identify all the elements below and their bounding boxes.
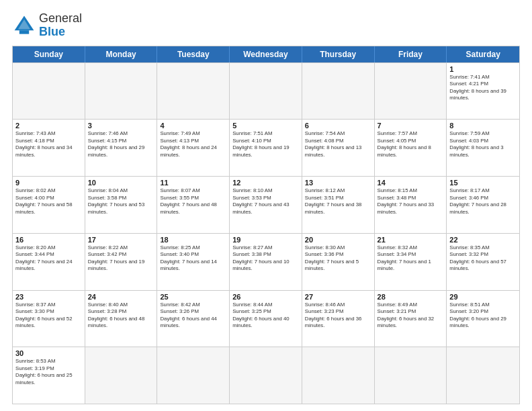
calendar-day-12: 12Sunrise: 8:10 AM Sunset: 3:53 PM Dayli… bbox=[230, 177, 302, 233]
cell-info: Sunrise: 8:46 AM Sunset: 3:23 PM Dayligh… bbox=[305, 302, 371, 330]
calendar-day-1: 1Sunrise: 7:41 AM Sunset: 4:21 PM Daylig… bbox=[447, 63, 519, 120]
calendar-day-2: 2Sunrise: 7:43 AM Sunset: 4:18 PM Daylig… bbox=[13, 120, 85, 176]
cell-date-number: 15 bbox=[449, 179, 517, 187]
cell-info: Sunrise: 7:43 AM Sunset: 4:18 PM Dayligh… bbox=[15, 130, 82, 158]
calendar-day-25: 25Sunrise: 8:42 AM Sunset: 3:26 PM Dayli… bbox=[157, 291, 230, 347]
calendar-day-11: 11Sunrise: 8:07 AM Sunset: 3:55 PM Dayli… bbox=[157, 177, 230, 233]
logo-icon bbox=[12, 13, 36, 38]
cell-info: Sunrise: 8:17 AM Sunset: 3:46 PM Dayligh… bbox=[449, 187, 517, 216]
cell-date-number: 16 bbox=[15, 236, 82, 244]
calendar-empty-5-1 bbox=[85, 347, 158, 404]
cell-info: Sunrise: 8:37 AM Sunset: 3:30 PM Dayligh… bbox=[15, 302, 82, 330]
cell-date-number: 23 bbox=[15, 293, 82, 301]
calendar-week-4: 23Sunrise: 8:37 AM Sunset: 3:30 PM Dayli… bbox=[13, 290, 519, 347]
calendar-day-22: 22Sunrise: 8:35 AM Sunset: 3:32 PM Dayli… bbox=[447, 234, 519, 290]
calendar-day-28: 28Sunrise: 8:49 AM Sunset: 3:21 PM Dayli… bbox=[375, 291, 447, 347]
cell-info: Sunrise: 8:10 AM Sunset: 3:53 PM Dayligh… bbox=[232, 187, 299, 216]
cell-date-number: 14 bbox=[378, 179, 444, 187]
cell-date-number: 27 bbox=[305, 293, 371, 301]
day-header-friday: Friday bbox=[375, 46, 447, 62]
cell-date-number: 9 bbox=[15, 179, 82, 187]
cell-date-number: 6 bbox=[305, 122, 371, 130]
cell-info: Sunrise: 8:04 AM Sunset: 3:58 PM Dayligh… bbox=[88, 187, 154, 216]
cell-date-number: 3 bbox=[88, 122, 154, 130]
calendar-header: SundayMondayTuesdayWednesdayThursdayFrid… bbox=[13, 46, 519, 62]
day-header-thursday: Thursday bbox=[302, 46, 375, 62]
cell-date-number: 28 bbox=[378, 293, 444, 301]
cell-date-number: 10 bbox=[88, 179, 154, 187]
cell-date-number: 30 bbox=[15, 349, 82, 357]
header: GeneralBlue bbox=[12, 12, 520, 39]
calendar-week-5: 30Sunrise: 8:53 AM Sunset: 3:19 PM Dayli… bbox=[13, 347, 519, 404]
cell-info: Sunrise: 8:35 AM Sunset: 3:32 PM Dayligh… bbox=[449, 244, 517, 273]
cell-date-number: 25 bbox=[160, 293, 226, 301]
cell-info: Sunrise: 8:15 AM Sunset: 3:48 PM Dayligh… bbox=[378, 187, 444, 216]
cell-info: Sunrise: 7:59 AM Sunset: 4:03 PM Dayligh… bbox=[449, 130, 517, 158]
calendar-empty-5-2 bbox=[157, 347, 230, 404]
cell-info: Sunrise: 8:25 AM Sunset: 3:40 PM Dayligh… bbox=[160, 244, 226, 273]
calendar-day-7: 7Sunrise: 7:57 AM Sunset: 4:05 PM Daylig… bbox=[375, 120, 447, 176]
cell-date-number: 17 bbox=[88, 236, 154, 244]
calendar-empty-0-1 bbox=[85, 63, 158, 120]
calendar-empty-0-5 bbox=[375, 63, 447, 120]
logo: GeneralBlue bbox=[12, 12, 82, 39]
calendar-empty-5-4 bbox=[302, 347, 375, 404]
cell-date-number: 2 bbox=[15, 122, 82, 130]
calendar-empty-5-5 bbox=[375, 347, 447, 404]
calendar-day-18: 18Sunrise: 8:25 AM Sunset: 3:40 PM Dayli… bbox=[157, 234, 230, 290]
day-header-monday: Monday bbox=[85, 46, 158, 62]
svg-rect-2 bbox=[19, 30, 29, 34]
cell-info: Sunrise: 8:40 AM Sunset: 3:28 PM Dayligh… bbox=[88, 302, 154, 330]
calendar-day-4: 4Sunrise: 7:49 AM Sunset: 4:13 PM Daylig… bbox=[157, 120, 230, 176]
cell-info: Sunrise: 7:57 AM Sunset: 4:05 PM Dayligh… bbox=[378, 130, 444, 158]
calendar-day-13: 13Sunrise: 8:12 AM Sunset: 3:51 PM Dayli… bbox=[302, 177, 375, 233]
cell-info: Sunrise: 8:53 AM Sunset: 3:19 PM Dayligh… bbox=[15, 358, 82, 386]
calendar-day-3: 3Sunrise: 7:46 AM Sunset: 4:15 PM Daylig… bbox=[85, 120, 158, 176]
calendar-empty-0-2 bbox=[157, 63, 230, 120]
cell-info: Sunrise: 8:12 AM Sunset: 3:51 PM Dayligh… bbox=[305, 187, 371, 216]
cell-info: Sunrise: 7:54 AM Sunset: 4:08 PM Dayligh… bbox=[305, 130, 371, 158]
calendar: SundayMondayTuesdayWednesdayThursdayFrid… bbox=[12, 46, 520, 404]
cell-date-number: 1 bbox=[449, 65, 517, 73]
day-header-saturday: Saturday bbox=[447, 46, 519, 62]
cell-info: Sunrise: 8:02 AM Sunset: 4:00 PM Dayligh… bbox=[15, 187, 82, 216]
calendar-empty-0-3 bbox=[230, 63, 302, 120]
calendar-day-26: 26Sunrise: 8:44 AM Sunset: 3:25 PM Dayli… bbox=[230, 291, 302, 347]
logo-blue: Blue bbox=[39, 25, 65, 38]
cell-info: Sunrise: 8:49 AM Sunset: 3:21 PM Dayligh… bbox=[378, 302, 444, 330]
cell-date-number: 19 bbox=[232, 236, 299, 244]
calendar-day-30: 30Sunrise: 8:53 AM Sunset: 3:19 PM Dayli… bbox=[13, 347, 85, 404]
cell-info: Sunrise: 8:22 AM Sunset: 3:42 PM Dayligh… bbox=[88, 244, 154, 273]
cell-info: Sunrise: 7:41 AM Sunset: 4:21 PM Dayligh… bbox=[449, 74, 517, 102]
calendar-week-2: 9Sunrise: 8:02 AM Sunset: 4:00 PM Daylig… bbox=[13, 176, 519, 233]
calendar-day-5: 5Sunrise: 7:51 AM Sunset: 4:10 PM Daylig… bbox=[230, 120, 302, 176]
cell-date-number: 26 bbox=[232, 293, 299, 301]
cell-info: Sunrise: 7:49 AM Sunset: 4:13 PM Dayligh… bbox=[160, 130, 226, 158]
calendar-week-3: 16Sunrise: 8:20 AM Sunset: 3:44 PM Dayli… bbox=[13, 233, 519, 290]
cell-date-number: 5 bbox=[232, 122, 299, 130]
cell-info: Sunrise: 8:32 AM Sunset: 3:34 PM Dayligh… bbox=[378, 244, 444, 273]
calendar-empty-5-3 bbox=[230, 347, 302, 404]
cell-info: Sunrise: 7:51 AM Sunset: 4:10 PM Dayligh… bbox=[232, 130, 299, 158]
calendar-empty-0-0 bbox=[13, 63, 85, 120]
cell-info: Sunrise: 8:44 AM Sunset: 3:25 PM Dayligh… bbox=[232, 302, 299, 330]
calendar-week-1: 2Sunrise: 7:43 AM Sunset: 4:18 PM Daylig… bbox=[13, 119, 519, 176]
calendar-body: 1Sunrise: 7:41 AM Sunset: 4:21 PM Daylig… bbox=[13, 62, 519, 404]
cell-date-number: 29 bbox=[449, 293, 517, 301]
cell-info: Sunrise: 8:30 AM Sunset: 3:36 PM Dayligh… bbox=[305, 244, 371, 273]
cell-date-number: 22 bbox=[449, 236, 517, 244]
logo-text: GeneralBlue bbox=[39, 12, 82, 39]
calendar-day-29: 29Sunrise: 8:51 AM Sunset: 3:20 PM Dayli… bbox=[447, 291, 519, 347]
cell-info: Sunrise: 8:20 AM Sunset: 3:44 PM Dayligh… bbox=[15, 244, 82, 273]
calendar-day-27: 27Sunrise: 8:46 AM Sunset: 3:23 PM Dayli… bbox=[302, 291, 375, 347]
page: GeneralBlue SundayMondayTuesdayWednesday… bbox=[0, 0, 532, 411]
calendar-empty-0-4 bbox=[302, 63, 375, 120]
calendar-day-6: 6Sunrise: 7:54 AM Sunset: 4:08 PM Daylig… bbox=[302, 120, 375, 176]
calendar-day-21: 21Sunrise: 8:32 AM Sunset: 3:34 PM Dayli… bbox=[375, 234, 447, 290]
calendar-day-23: 23Sunrise: 8:37 AM Sunset: 3:30 PM Dayli… bbox=[13, 291, 85, 347]
cell-date-number: 12 bbox=[232, 179, 299, 187]
calendar-day-8: 8Sunrise: 7:59 AM Sunset: 4:03 PM Daylig… bbox=[447, 120, 519, 176]
cell-date-number: 11 bbox=[160, 179, 226, 187]
cell-date-number: 7 bbox=[378, 122, 444, 130]
cell-date-number: 8 bbox=[449, 122, 517, 130]
